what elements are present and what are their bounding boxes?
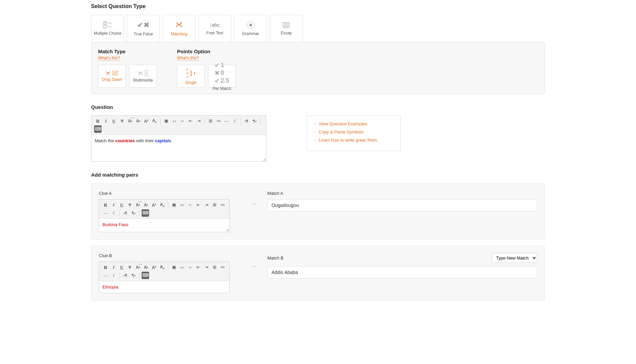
rtl-button[interactable]: ¶◂	[130, 272, 137, 279]
match-b-select[interactable]: Type New Match	[492, 253, 537, 263]
indent-button[interactable]: ⇥	[203, 264, 210, 271]
subscript-button[interactable]: Ax	[158, 201, 166, 209]
image-button[interactable]: ▣	[170, 264, 178, 271]
ordered-list-button[interactable]: 1≡	[178, 264, 186, 271]
subscript-button[interactable]: Ax	[158, 264, 166, 271]
underline-button[interactable]: U	[118, 201, 125, 209]
ordered-list-button[interactable]: 1≡	[171, 117, 178, 125]
qtype-label: True False	[134, 32, 153, 36]
add-pairs-title: Add matching pairs	[91, 172, 545, 178]
points-per-match[interactable]: ✔ 1 ✖ 0 ✔ 2.5 Per Match	[208, 65, 236, 88]
help-learn-link[interactable]: Learn how to write great Tests	[319, 138, 377, 143]
dropdown-icon	[106, 71, 118, 75]
help-examples-link[interactable]: View Question Examples	[319, 121, 367, 126]
ltr-button[interactable]: ▸¶	[243, 117, 250, 125]
free-text-icon: |abc	[210, 22, 220, 28]
ordered-list-button[interactable]: 1≡	[178, 201, 186, 209]
qtype-essay[interactable]: Essay	[270, 15, 303, 42]
rtl-button[interactable]: ¶◂	[251, 117, 258, 125]
match-type-title: Match Type	[98, 49, 157, 54]
keyboard-button[interactable]: ⌨	[94, 125, 102, 133]
match-a-input[interactable]	[267, 199, 537, 211]
formula-button[interactable]: √	[110, 272, 117, 279]
points-single[interactable]: ✔✔✔ } 1 Single	[177, 65, 205, 88]
bold-button[interactable]: B	[102, 264, 109, 271]
superscript-button[interactable]: Ax	[150, 264, 158, 271]
image-button[interactable]: ▣	[170, 201, 178, 209]
clue-a-textarea[interactable]: Burkina Faso	[99, 219, 230, 232]
ltr-button[interactable]: ▸¶	[122, 272, 129, 279]
outdent-button[interactable]: ⇤	[195, 201, 202, 209]
matching-sub-panel: Match Type What's this? Drop Down Multim…	[91, 42, 545, 94]
strike-button[interactable]: T	[126, 264, 134, 271]
superscript-button[interactable]: Ax	[143, 117, 150, 125]
strike-button[interactable]: T	[118, 117, 126, 125]
bold-button[interactable]: B	[94, 117, 102, 125]
option-label: Per Match	[213, 86, 231, 91]
italic-button[interactable]: I	[110, 264, 117, 271]
match-type-dropdown[interactable]: Drop Down	[98, 65, 126, 88]
formula-button[interactable]: √	[231, 117, 238, 125]
hr-button[interactable]: —	[223, 117, 230, 125]
matching-icon	[175, 21, 183, 29]
bg-color-button[interactable]: A▾	[135, 117, 142, 125]
ltr-button[interactable]: ▸¶	[122, 209, 129, 217]
option-label: Single	[185, 80, 196, 85]
indent-button[interactable]: ⇥	[203, 201, 210, 209]
question-textarea[interactable]: Match the countries with their capitals	[91, 135, 266, 162]
clue-a-toolbar: B I U T A▾ A▾ Ax Ax ▣ 1≡ •≡ ⇤ ⇥ ⊞ ≡▾ — √…	[99, 199, 230, 219]
italic-button[interactable]: I	[110, 201, 117, 209]
subscript-button[interactable]: Ax	[151, 117, 158, 125]
qtype-label: Matching	[171, 32, 187, 36]
qtype-matching[interactable]: Matching	[163, 15, 196, 42]
underline-button[interactable]: U	[118, 264, 125, 271]
text-color-button[interactable]: A▾	[134, 264, 142, 271]
resizer-icon[interactable]	[225, 228, 229, 231]
keyboard-button[interactable]: ⌨	[142, 272, 149, 279]
grammar-icon: ✖	[247, 21, 254, 29]
strike-button[interactable]: T	[126, 201, 134, 209]
qtype-multiple-choice[interactable]: ✓ Multiple Choice	[91, 15, 124, 42]
table-button[interactable]: ⊞	[207, 117, 214, 125]
indent-button[interactable]: ⇥	[195, 117, 202, 125]
unordered-list-button[interactable]: •≡	[186, 264, 194, 271]
image-button[interactable]: ▣	[163, 117, 170, 125]
resizer-icon[interactable]	[262, 157, 265, 161]
table-button[interactable]: ⊞	[211, 264, 218, 271]
option-label: Drop Down	[102, 77, 122, 82]
unordered-list-button[interactable]: •≡	[179, 117, 186, 125]
match-type-multimedia[interactable]: Multimedia	[129, 65, 157, 88]
match-type-whats-this[interactable]: What's this?	[98, 56, 120, 61]
italic-button[interactable]: I	[102, 117, 110, 125]
formula-button[interactable]: √	[110, 209, 117, 217]
table-button[interactable]: ⊞	[211, 201, 218, 209]
points-option-whats-this[interactable]: What's this?	[177, 56, 199, 61]
outdent-button[interactable]: ⇤	[187, 117, 194, 125]
align-button[interactable]: ≡▾	[219, 264, 226, 271]
qtype-label: Multiple Choice	[94, 31, 121, 36]
help-symbols-link[interactable]: Copy & Paste Symbols	[319, 129, 364, 134]
keyboard-button[interactable]: ⌨	[142, 209, 149, 217]
match-pair-b: Clue B B I U T A▾ A▾ Ax Ax ▣ 1≡ •≡ ⇤ ⇥ ⊞…	[91, 245, 545, 301]
underline-button[interactable]: U	[110, 117, 118, 125]
bold-button[interactable]: B	[102, 201, 109, 209]
text-color-button[interactable]: A▾	[126, 117, 134, 125]
match-b-input[interactable]	[267, 266, 537, 278]
bg-color-button[interactable]: A▾	[142, 264, 150, 271]
qtype-free-text[interactable]: |abc Free Text	[198, 15, 231, 42]
qtype-grammar[interactable]: ✖ Grammar	[234, 15, 267, 42]
bg-color-button[interactable]: A▾	[142, 201, 150, 209]
text-color-button[interactable]: A▾	[134, 201, 142, 209]
qtype-true-false[interactable]: ✔✖ True False	[127, 15, 160, 42]
true-false-icon: ✔✖	[137, 21, 149, 29]
superscript-button[interactable]: Ax	[150, 201, 158, 209]
outdent-button[interactable]: ⇤	[195, 264, 202, 271]
clue-b-textarea[interactable]: Ethiopia	[99, 281, 230, 293]
unordered-list-button[interactable]: •≡	[186, 201, 194, 209]
align-button[interactable]: ≡▾	[215, 117, 222, 125]
rtl-button[interactable]: ¶◂	[130, 209, 137, 217]
hr-button[interactable]: —	[102, 272, 109, 279]
match-pair-a: Clue A B I U T A▾ A▾ Ax Ax ▣ 1≡ •≡ ⇤ ⇥ ⊞…	[91, 183, 545, 240]
hr-button[interactable]: —	[102, 209, 109, 217]
align-button[interactable]: ≡▾	[219, 201, 226, 209]
